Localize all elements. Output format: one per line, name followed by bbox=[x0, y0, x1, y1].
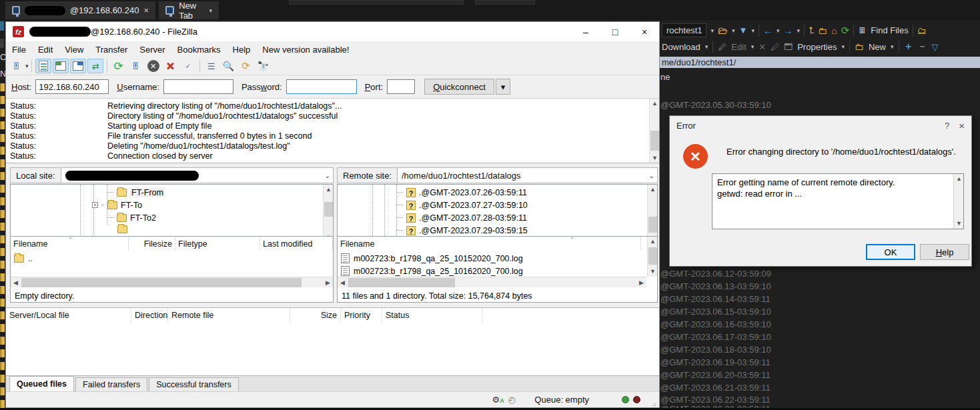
log-scrollbar[interactable]: ▲ ▼ bbox=[649, 99, 659, 163]
disconnect-icon[interactable]: 🗙 bbox=[163, 59, 179, 73]
chevron-down-icon[interactable]: ▾ bbox=[209, 7, 212, 14]
chevron-down-icon[interactable]: ▾ bbox=[841, 43, 845, 50]
remote-tree-item[interactable]: ? .@GMT-2023.07.27-03:59:10 bbox=[396, 199, 528, 211]
menu-bookmarks[interactable]: Bookmarks bbox=[171, 45, 227, 55]
tab-close-icon[interactable]: × bbox=[143, 5, 149, 15]
chevron-down-icon[interactable]: ▾ bbox=[710, 27, 714, 34]
local-tree-item[interactable]: + FT-To bbox=[92, 199, 142, 211]
chevron-down-icon[interactable]: ▾ bbox=[797, 27, 800, 34]
username-input[interactable] bbox=[163, 79, 233, 94]
speed-limit-icon[interactable]: ◴ bbox=[508, 395, 516, 405]
remote-path-bar[interactable]: me/duo1/rochtest1/ bbox=[660, 57, 980, 68]
chevron-down-icon[interactable]: ▾ bbox=[751, 43, 755, 50]
menu-file[interactable]: File bbox=[6, 45, 32, 55]
filezilla-title-bar[interactable]: fz @192.168.60.240 - FileZilla – □ × bbox=[6, 22, 659, 41]
updir-row[interactable]: .. bbox=[11, 252, 331, 265]
menu-help[interactable]: Help bbox=[227, 45, 257, 55]
maximize-button[interactable]: □ bbox=[600, 22, 630, 41]
new-tab[interactable]: New Tab ▾ bbox=[159, 1, 219, 19]
chevron-down-icon[interactable]: ▾ bbox=[751, 27, 755, 34]
error-detail-box[interactable]: Error getting name of current remote dir… bbox=[712, 173, 964, 229]
refresh-icon[interactable]: ⟳ bbox=[841, 25, 850, 37]
local-tree-item[interactable]: FT-To2 bbox=[107, 211, 156, 224]
error-dialog-title-bar[interactable]: Error ? × bbox=[670, 116, 971, 135]
host-input[interactable] bbox=[35, 79, 109, 94]
chevron-down-icon[interactable]: ▾ bbox=[777, 27, 780, 34]
download-button[interactable]: Download bbox=[662, 42, 700, 52]
queue-col-direction[interactable]: Direction bbox=[131, 308, 168, 323]
local-list-hscrollbar[interactable]: ◀ ▶ bbox=[11, 277, 333, 287]
column-header-lastmodified[interactable]: Last modified bbox=[260, 237, 333, 251]
rename-icon[interactable]: 🖊 bbox=[771, 42, 779, 52]
select-remove-icon[interactable]: － bbox=[918, 41, 927, 53]
home-directory-icon[interactable]: ⌂ bbox=[831, 25, 837, 36]
remote-tree-item[interactable]: ? .@GMT-2023.07.28-03:59:11 bbox=[396, 211, 527, 224]
toggle-remote-tree-icon[interactable] bbox=[70, 59, 86, 73]
select-add-icon[interactable]: ＋ bbox=[904, 41, 913, 53]
synchronized-browsing-icon[interactable]: ⟳ bbox=[238, 59, 254, 73]
expand-icon[interactable]: + bbox=[92, 202, 98, 208]
chevron-down-icon[interactable]: ▾ bbox=[891, 43, 894, 50]
menu-transfer[interactable]: Transfer bbox=[89, 45, 133, 55]
password-input[interactable] bbox=[286, 79, 357, 94]
quickconnect-dropdown[interactable]: ▾ bbox=[496, 79, 510, 95]
autoupload-gear-icon[interactable]: ⚙A bbox=[492, 395, 504, 405]
process-queue-icon[interactable]: 🎚 bbox=[128, 59, 144, 73]
chevron-down-icon[interactable]: ▾ bbox=[705, 43, 708, 50]
chevron-down-icon[interactable]: ⌄ bbox=[325, 172, 330, 179]
parent-directory-icon[interactable]: ⮤ bbox=[809, 25, 814, 36]
port-input[interactable] bbox=[387, 79, 415, 94]
help-button[interactable]: Help bbox=[920, 244, 969, 260]
session-selector[interactable]: rochtest1 bbox=[662, 23, 706, 37]
session-tab[interactable]: @192.168.60.240 × bbox=[5, 1, 155, 19]
menu-view[interactable]: View bbox=[59, 45, 89, 55]
remote-list-hscrollbar[interactable]: ◀ ▶ bbox=[338, 277, 646, 287]
remote-tree-item[interactable]: ? .@GMT-2023.07.29-03:59:15 bbox=[396, 224, 528, 237]
chevron-down-icon[interactable]: ▾ bbox=[732, 27, 735, 34]
local-site-combobox[interactable]: ⌄ bbox=[61, 167, 334, 183]
selection-filter-icon[interactable]: ▽ bbox=[932, 42, 939, 52]
help-icon[interactable]: ? bbox=[935, 121, 959, 131]
ok-button[interactable]: OK bbox=[866, 244, 915, 260]
queue-col-status[interactable]: Status bbox=[382, 308, 482, 323]
toggle-queue-icon[interactable]: ⇄ bbox=[87, 59, 103, 73]
remote-tree-item[interactable]: ? .@GMT-2023.07.26-03:59:11 bbox=[396, 186, 527, 199]
synchronize-icon[interactable]: 🗂 bbox=[917, 25, 927, 36]
toggle-log-icon[interactable] bbox=[35, 59, 51, 73]
remote-file-row[interactable]: m002723:b_r1798_qa_25_10162020_700.log bbox=[338, 265, 641, 277]
local-tree-scrollbar[interactable]: ▲ ▼ bbox=[323, 185, 333, 243]
queue-col-size[interactable]: Size bbox=[290, 308, 341, 323]
queue-col-serverlocal[interactable]: Server/Local file bbox=[6, 308, 131, 323]
back-icon[interactable]: ← bbox=[763, 25, 773, 36]
remote-file-row[interactable]: m002723:b_r1798_qa_25_10152020_700.log bbox=[338, 252, 641, 265]
find-files-button[interactable]: Find Files bbox=[871, 25, 908, 35]
column-header-filename[interactable]: Filename ⌃ bbox=[11, 237, 129, 251]
column-header-filename[interactable]: Filename ⌃ bbox=[338, 237, 641, 251]
refresh-icon[interactable]: ⟳ bbox=[111, 59, 127, 73]
cancel-icon[interactable]: ✕ bbox=[145, 59, 161, 73]
error-detail-scrollbar[interactable]: ▲ ▼ bbox=[953, 174, 963, 229]
edit-button[interactable]: Edit bbox=[731, 42, 746, 52]
chevron-down-icon[interactable]: ▾ bbox=[25, 63, 29, 69]
column-header-filesize[interactable]: Filesize bbox=[129, 237, 175, 251]
menu-server[interactable]: Server bbox=[133, 45, 171, 55]
resize-grip[interactable]: ⣠ bbox=[652, 399, 656, 406]
toggle-local-tree-icon[interactable] bbox=[53, 59, 69, 73]
remote-list-scrollbar[interactable]: ▲ ▼ bbox=[647, 237, 657, 277]
open-directory-icon[interactable]: 🗁 bbox=[718, 25, 728, 36]
directory-comparison-icon[interactable]: 🔍 bbox=[221, 59, 237, 73]
chevron-down-icon[interactable]: ⌄ bbox=[649, 172, 654, 179]
tab-queued-files[interactable]: Queued files bbox=[9, 376, 74, 391]
new-button[interactable]: New bbox=[869, 42, 886, 52]
queue-col-remotefile[interactable]: Remote file bbox=[168, 308, 290, 323]
filter-icon[interactable]: ☰ bbox=[203, 59, 219, 73]
quickconnect-button[interactable]: Quickconnect bbox=[424, 79, 494, 95]
tab-successful-transfers[interactable]: Successful transfers bbox=[149, 377, 239, 391]
root-directory-icon[interactable]: 🗀 bbox=[818, 25, 827, 36]
minimize-button[interactable]: – bbox=[571, 22, 600, 41]
menu-edit[interactable]: Edit bbox=[32, 45, 59, 55]
delete-icon[interactable]: ✕ bbox=[759, 42, 766, 52]
close-icon[interactable]: × bbox=[959, 120, 965, 131]
find-files-icon[interactable]: 🔭 bbox=[256, 59, 272, 73]
site-manager-icon[interactable]: 🎚 bbox=[9, 59, 25, 73]
